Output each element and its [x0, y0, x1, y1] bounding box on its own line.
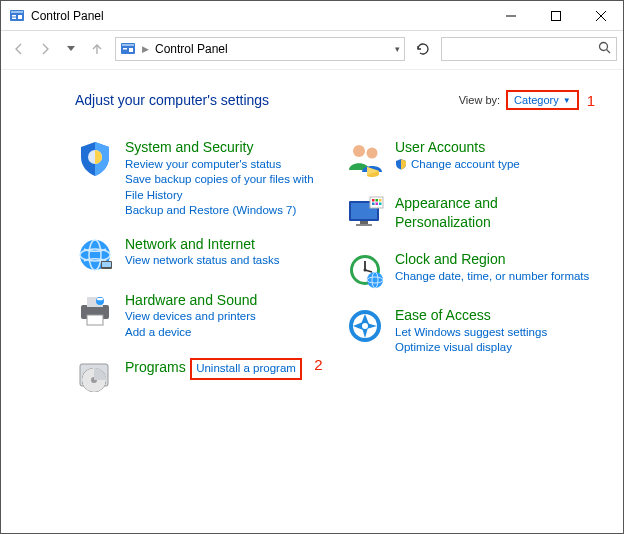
viewby-label: View by:	[459, 94, 500, 106]
back-button[interactable]	[7, 37, 31, 61]
search-box[interactable]	[441, 37, 617, 61]
svg-rect-37	[356, 224, 372, 226]
chevron-down-icon: ▼	[563, 96, 571, 105]
category-column-left: System and Security Review your computer…	[75, 138, 325, 412]
annotation-1: 1	[587, 92, 595, 109]
category-ease-of-access: Ease of Access Let Windows suggest setti…	[345, 306, 595, 356]
svg-rect-27	[97, 298, 103, 300]
link-file-history[interactable]: Save backup copies of your files with Fi…	[125, 172, 325, 203]
chevron-down-icon[interactable]: ▾	[395, 44, 400, 54]
link-date-time-formats[interactable]: Change date, time, or number formats	[395, 269, 595, 285]
svg-rect-43	[376, 203, 379, 206]
category-title[interactable]: System and Security	[125, 139, 253, 155]
category-user-accounts: User Accounts Change account type	[345, 138, 595, 178]
shield-icon	[75, 138, 115, 178]
svg-rect-41	[379, 199, 382, 202]
link-review-status[interactable]: Review your computer's status	[125, 157, 325, 173]
shield-small-icon	[395, 158, 407, 170]
svg-rect-42	[372, 203, 375, 206]
clock-icon	[345, 250, 385, 290]
users-icon	[345, 138, 385, 178]
printer-icon	[75, 291, 115, 331]
svg-rect-14	[129, 48, 133, 52]
page-headline: Adjust your computer's settings	[75, 92, 459, 108]
category-clock-region: Clock and Region Change date, time, or n…	[345, 250, 595, 290]
window-title: Control Panel	[31, 9, 488, 23]
svg-point-55	[362, 323, 368, 329]
search-input[interactable]	[448, 42, 598, 56]
search-icon[interactable]	[598, 40, 611, 58]
category-title[interactable]: Appearance and Personalization	[395, 195, 498, 230]
category-title[interactable]: Network and Internet	[125, 236, 255, 252]
category-hardware-sound: Hardware and Sound View devices and prin…	[75, 291, 325, 341]
link-suggest-settings[interactable]: Let Windows suggest settings	[395, 325, 595, 341]
content-area: Adjust your computer's settings View by:…	[1, 70, 623, 412]
viewby-value: Category	[514, 94, 559, 106]
ease-access-icon	[345, 306, 385, 346]
category-title[interactable]: Ease of Access	[395, 307, 491, 323]
viewby-dropdown[interactable]: Category ▼	[506, 90, 579, 110]
svg-rect-39	[372, 199, 375, 202]
svg-rect-2	[12, 15, 16, 17]
link-add-device[interactable]: Add a device	[125, 325, 325, 341]
control-panel-icon	[120, 41, 136, 57]
link-uninstall-program[interactable]: Uninstall a program	[190, 358, 302, 380]
category-title[interactable]: Hardware and Sound	[125, 292, 257, 308]
disc-icon	[75, 356, 115, 396]
link-devices-printers[interactable]: View devices and printers	[125, 309, 325, 325]
close-button[interactable]	[578, 1, 623, 30]
svg-point-15	[600, 43, 608, 51]
svg-rect-44	[379, 203, 382, 206]
svg-point-33	[367, 148, 378, 159]
minimize-button[interactable]	[488, 1, 533, 30]
link-backup-restore[interactable]: Backup and Restore (Windows 7)	[125, 203, 325, 219]
chevron-right-icon: ▶	[142, 44, 149, 54]
forward-button[interactable]	[33, 37, 57, 61]
svg-rect-40	[376, 199, 379, 202]
svg-marker-9	[67, 46, 75, 51]
navigation-bar: ▶ Control Panel ▾	[1, 31, 623, 67]
svg-rect-1	[11, 11, 23, 13]
svg-rect-12	[122, 44, 134, 46]
svg-rect-25	[87, 315, 103, 325]
recent-locations-button[interactable]	[59, 37, 83, 61]
category-column-right: User Accounts Change account type	[345, 138, 595, 412]
svg-point-49	[364, 269, 367, 272]
address-text: Control Panel	[155, 42, 389, 56]
category-network-internet: Network and Internet View network status…	[75, 235, 325, 275]
maximize-button[interactable]	[533, 1, 578, 30]
link-change-account-type[interactable]: Change account type	[411, 157, 520, 173]
category-system-security: System and Security Review your computer…	[75, 138, 325, 219]
svg-rect-6	[551, 11, 560, 20]
svg-rect-4	[18, 15, 22, 19]
svg-point-32	[353, 145, 365, 157]
address-bar[interactable]: ▶ Control Panel ▾	[115, 37, 405, 61]
svg-line-16	[607, 50, 611, 54]
monitor-icon	[345, 194, 385, 234]
category-title[interactable]: Clock and Region	[395, 251, 506, 267]
svg-rect-3	[12, 17, 16, 19]
refresh-button[interactable]	[411, 37, 435, 61]
control-panel-icon	[9, 8, 25, 24]
annotation-2: 2	[314, 356, 322, 373]
category-title[interactable]: User Accounts	[395, 139, 485, 155]
category-appearance: Appearance and Personalization	[345, 194, 595, 234]
svg-rect-22	[102, 262, 111, 267]
up-button[interactable]	[85, 37, 109, 61]
category-programs: Programs Uninstall a program 2	[75, 356, 325, 396]
link-network-status[interactable]: View network status and tasks	[125, 253, 325, 269]
link-optimize-display[interactable]: Optimize visual display	[395, 340, 595, 356]
svg-rect-13	[123, 48, 127, 50]
category-title[interactable]: Programs	[125, 359, 186, 375]
titlebar: Control Panel	[1, 1, 623, 31]
svg-rect-36	[360, 221, 368, 224]
svg-point-50	[367, 272, 383, 288]
globe-icon	[75, 235, 115, 275]
